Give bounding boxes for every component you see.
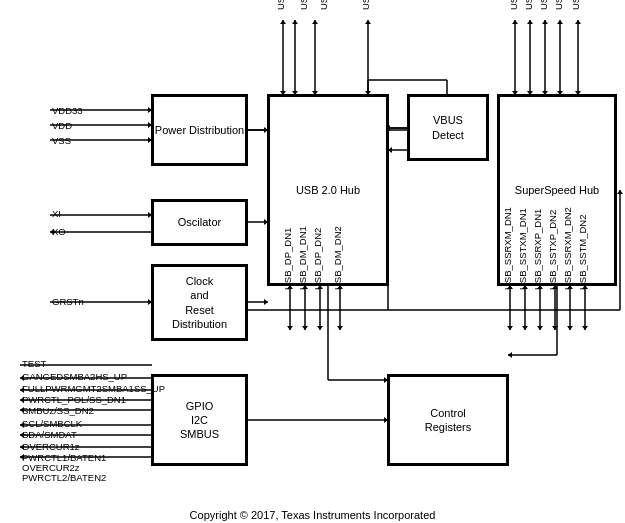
svg-marker-81: [522, 326, 528, 330]
svg-marker-93: [582, 326, 588, 330]
usb-dp-dn1-label: USB_DP_DN1: [282, 228, 293, 290]
test-label: TEST: [22, 358, 46, 369]
svg-marker-42: [312, 20, 318, 24]
vbus-detect-block: VBUSDetect: [408, 95, 488, 160]
fullpwr-label: FULLPWRMGMT2SMBA1SS_UP: [22, 383, 165, 394]
xo-label: XO: [52, 226, 66, 237]
xi-label: XI: [52, 208, 61, 219]
usb-dm-up-label: USB_DM_UP: [318, 0, 329, 10]
svg-marker-78: [507, 326, 513, 330]
power-distribution-label: Power Distribution: [155, 123, 244, 137]
pwrctl2-label: PWRCTL2/BATEN2: [22, 472, 106, 483]
svg-marker-51: [512, 20, 518, 24]
svg-marker-45: [365, 20, 371, 24]
svg-marker-66: [287, 326, 293, 330]
svg-marker-63: [575, 20, 581, 24]
svg-marker-90: [567, 326, 573, 330]
sda-label: SDA/SMDAT: [22, 429, 77, 440]
svg-marker-119: [388, 147, 392, 153]
svg-marker-48: [280, 20, 286, 24]
ganged-label: GANGEDSMBA2HS_UP: [22, 371, 127, 382]
usb-sstm-up-label: USB_SSTM_UP: [508, 0, 519, 10]
usb-sstxm-dn1-label: USB_SSTXM_DN1: [517, 208, 528, 290]
usb-ssrxp-up-label: USB_SSRXP_UP: [538, 0, 549, 10]
usb-sstxp-dn2-label: USB_SSTXP_DN2: [547, 210, 558, 290]
svg-marker-87: [552, 326, 558, 330]
svg-marker-101: [264, 299, 268, 305]
svg-marker-72: [317, 326, 323, 330]
vbus-detect-label: VBUSDetect: [432, 113, 464, 142]
svg-marker-57: [542, 20, 548, 24]
svg-marker-54: [527, 20, 533, 24]
grst-label: GRSTn: [52, 296, 84, 307]
usb-rt-label: USB_RT: [275, 0, 286, 10]
usb-ssrxm-up-label: USB_SSRXM_UP: [523, 0, 534, 10]
overcur1-label: OVERCUR1z: [22, 441, 80, 452]
usb-dp-up-label: USB_DP_UP: [298, 0, 309, 10]
oscillator-label: Oscilator: [178, 215, 221, 229]
usb-vbus-label: USB_VBUS: [360, 0, 371, 10]
usb-sstxm-up-label: USB_SSTXM_UP: [553, 0, 564, 10]
smbuz-label: SMBUz/SS_DN2: [22, 405, 94, 416]
svg-marker-104: [617, 190, 623, 194]
power-distribution-block: Power Distribution: [152, 95, 247, 165]
svg-marker-84: [537, 326, 543, 330]
oscillator-block: Oscilator: [152, 200, 247, 245]
svg-marker-75: [337, 326, 343, 330]
clock-reset-label: ClockandResetDistribution: [172, 274, 227, 331]
svg-marker-39: [292, 20, 298, 24]
usb2-hub-label: USB 2.0 Hub: [296, 183, 360, 197]
clock-reset-block: ClockandResetDistribution: [152, 265, 247, 340]
svg-marker-116: [508, 352, 512, 358]
usb-dm-dn1-label: USB_DM_DN1: [297, 226, 308, 290]
control-registers-label: ControlRegisters: [425, 406, 471, 435]
usb-sstm-dn2-label: USB_SSTM_DN2: [577, 215, 588, 291]
usb-dp-dn2-label: USB_DP_DN2: [312, 228, 323, 290]
gpio-label: GPIOI2CSMBUS: [180, 399, 219, 442]
vdd33-label: VDD33: [52, 105, 83, 116]
usb-sstxp-up-label: USB_SSTXP_UP: [570, 0, 581, 10]
superspeed-hub-label: SuperSpeed Hub: [515, 183, 599, 197]
copyright: Copyright © 2017, Texas Instruments Inco…: [0, 509, 625, 521]
vdd-label: VDD: [52, 120, 72, 131]
pwrctl-pol-label: PWRCTL_POL/SS_DN1: [22, 394, 126, 405]
gpio-block: GPIOI2CSMBUS: [152, 375, 247, 465]
svg-marker-69: [302, 326, 308, 330]
vss-label: VSS: [52, 135, 71, 146]
scl-label: SCL/SMBCLK: [22, 418, 82, 429]
usb-ssrxp-dn1-label: USB_SSRXP_DN1: [532, 209, 543, 290]
control-registers-block: ControlRegisters: [388, 375, 508, 465]
svg-marker-60: [557, 20, 563, 24]
usb-ssrxm-dn2-label: USB_SSRXM_DN2: [562, 207, 573, 290]
usb-dm-dn2-label: USB_DM_DN2: [332, 226, 343, 290]
usb-ssrxm-dn1-label: USB_SSRXM_DN1: [502, 207, 513, 290]
